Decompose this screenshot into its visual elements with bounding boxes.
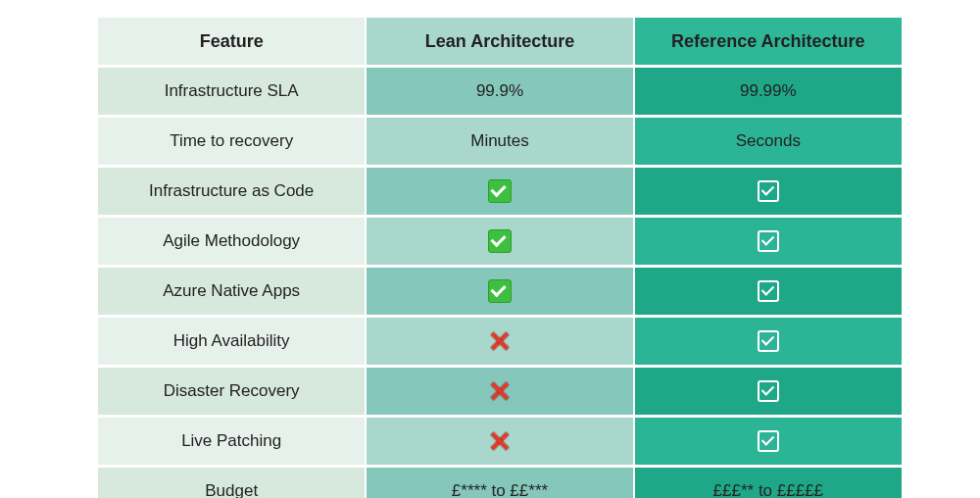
reference-cell xyxy=(634,417,902,467)
comparison-table: Feature Lean Architecture Reference Arch… xyxy=(98,18,902,498)
table-header-row: Feature Lean Architecture Reference Arch… xyxy=(98,18,902,67)
feature-cell: Live Patching xyxy=(98,417,366,467)
check-icon xyxy=(758,430,779,452)
lean-cell xyxy=(366,417,633,467)
check-icon xyxy=(488,229,512,253)
reference-cell xyxy=(634,167,902,217)
check-icon xyxy=(758,280,779,302)
cross-icon xyxy=(489,430,511,452)
lean-cell xyxy=(366,167,633,217)
table-row: Infrastructure as Code xyxy=(98,167,902,217)
lean-cell: Minutes xyxy=(366,117,633,167)
feature-cell: Azure Native Apps xyxy=(98,267,366,317)
table-row: Time to recoveryMinutesSeconds xyxy=(98,117,902,167)
cross-icon xyxy=(489,330,511,352)
feature-cell: Infrastructure SLA xyxy=(98,67,366,117)
table-row: High Availability xyxy=(98,317,902,367)
check-icon xyxy=(488,279,512,303)
lean-cell: £**** to ££*** xyxy=(366,467,633,499)
check-icon xyxy=(758,380,779,402)
feature-cell: Disaster Recovery xyxy=(98,367,366,417)
feature-cell: Time to recovery xyxy=(98,117,366,167)
reference-cell xyxy=(634,367,902,417)
feature-cell: Budget xyxy=(98,467,366,499)
check-icon xyxy=(758,180,779,202)
lean-cell: 99.9% xyxy=(366,67,633,117)
table-row: Live Patching xyxy=(98,417,902,467)
table-row: Budget£**** to ££***£££** to £££££ xyxy=(98,467,902,499)
header-feature: Feature xyxy=(98,18,366,67)
lean-cell xyxy=(366,367,633,417)
table-row: Azure Native Apps xyxy=(98,267,902,317)
check-icon xyxy=(758,230,779,252)
feature-cell: Agile Methodology xyxy=(98,217,366,267)
reference-cell: £££** to £££££ xyxy=(634,467,902,499)
lean-cell xyxy=(366,217,633,267)
check-icon xyxy=(488,179,512,203)
comparison-table-container: Feature Lean Architecture Reference Arch… xyxy=(0,0,980,498)
table-row: Agile Methodology xyxy=(98,217,902,267)
reference-cell xyxy=(634,317,902,367)
reference-cell: 99.99% xyxy=(634,67,902,117)
feature-cell: Infrastructure as Code xyxy=(98,167,366,217)
check-icon xyxy=(758,330,779,352)
lean-cell xyxy=(366,317,633,367)
reference-cell: Seconds xyxy=(634,117,902,167)
cross-icon xyxy=(489,380,511,402)
header-reference: Reference Architecture xyxy=(634,18,902,67)
table-row: Disaster Recovery xyxy=(98,367,902,417)
table-row: Infrastructure SLA99.9%99.99% xyxy=(98,67,902,117)
reference-cell xyxy=(634,217,902,267)
lean-cell xyxy=(366,267,633,317)
header-lean: Lean Architecture xyxy=(366,18,633,67)
feature-cell: High Availability xyxy=(98,317,366,367)
reference-cell xyxy=(634,267,902,317)
